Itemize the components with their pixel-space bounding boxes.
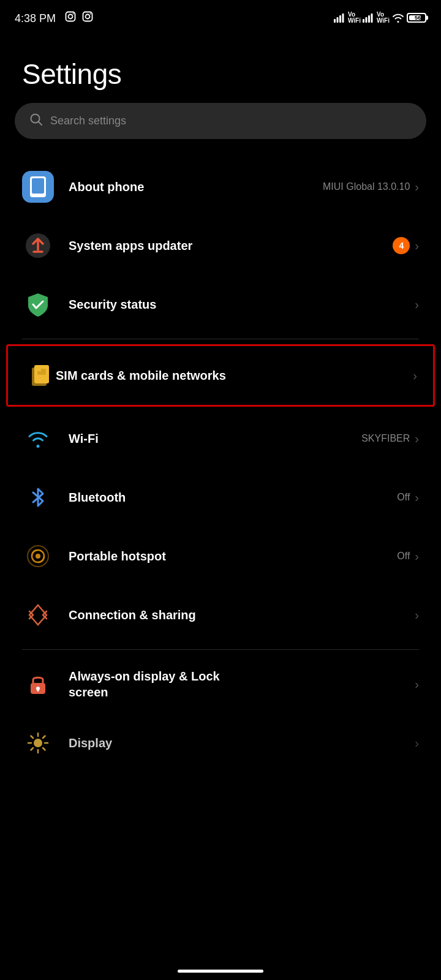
- hotspot-label: Portable hotspot: [69, 548, 397, 564]
- settings-section-connectivity: SIM cards & mobile networks › Wi-Fi SKYF…: [0, 344, 441, 644]
- page-title: Settings: [22, 58, 419, 91]
- hotspot-text: Portable hotspot: [69, 548, 397, 564]
- system-apps-text: System apps updater: [69, 238, 393, 254]
- security-text: Security status: [69, 296, 415, 312]
- settings-section-top: About phone MIUI Global 13.0.10 › System…: [0, 157, 441, 334]
- settings-item-about-phone[interactable]: About phone MIUI Global 13.0.10 ›: [0, 157, 441, 216]
- bluetooth-icon: [22, 481, 54, 513]
- status-bar: 4:38 PM VoWiFi: [0, 0, 441, 33]
- connection-label: Connection & sharing: [69, 607, 415, 623]
- connection-right: ›: [415, 608, 419, 622]
- bluetooth-value: Off: [397, 492, 410, 503]
- svg-rect-8: [339, 15, 341, 23]
- svg-point-4: [85, 14, 89, 18]
- system-apps-right: 4 ›: [393, 237, 419, 254]
- svg-point-5: [89, 13, 91, 14]
- settings-item-connection[interactable]: Connection & sharing ›: [0, 586, 441, 644]
- settings-item-wifi[interactable]: Wi-Fi SKYFIBER ›: [0, 409, 441, 468]
- svg-point-1: [68, 14, 72, 18]
- svg-point-2: [72, 13, 74, 14]
- always-on-right: ›: [415, 677, 419, 692]
- about-phone-text: About phone: [69, 179, 323, 195]
- about-phone-chevron: ›: [415, 180, 419, 194]
- bluetooth-chevron: ›: [415, 491, 419, 505]
- about-phone-value: MIUI Global 13.0.10: [323, 181, 410, 192]
- hotspot-chevron: ›: [415, 549, 419, 564]
- home-indicator: [178, 970, 263, 973]
- about-phone-right: MIUI Global 13.0.10 ›: [323, 180, 419, 194]
- always-on-chevron: ›: [415, 677, 419, 692]
- system-apps-icon: [22, 230, 54, 262]
- always-on-text: Always-on display & Lockscreen: [69, 668, 415, 700]
- instagram-icon-2: [82, 13, 93, 24]
- svg-rect-3: [83, 12, 92, 21]
- about-phone-icon: [22, 171, 54, 203]
- hotspot-right: Off ›: [397, 549, 419, 564]
- svg-rect-17: [32, 178, 44, 194]
- settings-section-display: Always-on display & Lockscreen › Display: [0, 655, 441, 772]
- wifi-right: SKYFIBER ›: [361, 432, 419, 446]
- sim-cards-right: ›: [413, 369, 417, 383]
- display-right: ›: [415, 736, 419, 750]
- display-icon: [22, 727, 54, 759]
- settings-item-sim-cards[interactable]: SIM cards & mobile networks ›: [6, 344, 435, 407]
- bluetooth-text: Bluetooth: [69, 489, 397, 505]
- sim-icon: [24, 360, 56, 391]
- wifi-icon: [22, 423, 54, 454]
- system-apps-label: System apps updater: [69, 238, 393, 254]
- svg-point-30: [34, 739, 42, 747]
- svg-rect-23: [37, 369, 41, 371]
- svg-rect-0: [66, 12, 75, 21]
- svg-line-36: [43, 748, 45, 750]
- connection-chevron: ›: [415, 608, 419, 622]
- security-chevron: ›: [415, 298, 419, 312]
- svg-line-15: [39, 122, 42, 126]
- security-right: ›: [415, 298, 419, 312]
- svg-rect-11: [365, 17, 367, 23]
- search-container: Search settings: [0, 103, 441, 157]
- svg-rect-6: [334, 19, 336, 23]
- settings-item-security[interactable]: Security status ›: [0, 275, 441, 334]
- sim-cards-chevron: ›: [413, 369, 417, 383]
- bottom-nav-bar: [0, 956, 441, 980]
- svg-line-37: [43, 736, 45, 739]
- sim-cards-text: SIM cards & mobile networks: [56, 368, 413, 383]
- hotspot-icon: [22, 540, 54, 572]
- wifi-status-icon: [391, 12, 405, 23]
- vo-wifi-1: VoWiFi: [348, 12, 361, 24]
- display-label: Display: [69, 735, 415, 751]
- security-label: Security status: [69, 296, 415, 312]
- divider-1: [22, 339, 419, 339]
- svg-line-35: [31, 736, 34, 739]
- vo-wifi-2: VoWiFi: [377, 12, 390, 24]
- wifi-label: Wi-Fi: [69, 431, 361, 447]
- search-placeholder: Search settings: [50, 115, 126, 127]
- battery-indicator: 56: [407, 13, 426, 23]
- signal-1-icon: [334, 13, 346, 23]
- search-icon: [29, 113, 43, 129]
- signal-2-icon: [363, 13, 375, 23]
- page-header: Settings: [0, 33, 441, 103]
- wifi-chevron: ›: [415, 432, 419, 446]
- svg-line-38: [31, 748, 34, 750]
- settings-item-always-on[interactable]: Always-on display & Lockscreen ›: [0, 655, 441, 714]
- search-bar[interactable]: Search settings: [15, 103, 426, 139]
- settings-item-hotspot[interactable]: Portable hotspot Off ›: [0, 527, 441, 586]
- about-phone-label: About phone: [69, 179, 323, 195]
- svg-rect-13: [371, 13, 372, 23]
- svg-rect-29: [37, 688, 39, 692]
- settings-item-system-apps[interactable]: System apps updater 4 ›: [0, 216, 441, 275]
- status-right-icons: VoWiFi VoWiFi 56: [334, 12, 426, 24]
- settings-item-display[interactable]: Display ›: [0, 714, 441, 772]
- svg-rect-7: [336, 17, 338, 23]
- security-icon: [22, 288, 54, 320]
- wifi-value: SKYFIBER: [361, 433, 410, 444]
- svg-rect-12: [368, 15, 370, 23]
- sim-cards-label: SIM cards & mobile networks: [56, 368, 413, 383]
- svg-point-25: [36, 554, 40, 559]
- connection-icon: [22, 599, 54, 631]
- svg-rect-9: [342, 13, 344, 23]
- svg-point-18: [37, 195, 39, 197]
- settings-item-bluetooth[interactable]: Bluetooth Off ›: [0, 468, 441, 527]
- connection-text: Connection & sharing: [69, 607, 415, 623]
